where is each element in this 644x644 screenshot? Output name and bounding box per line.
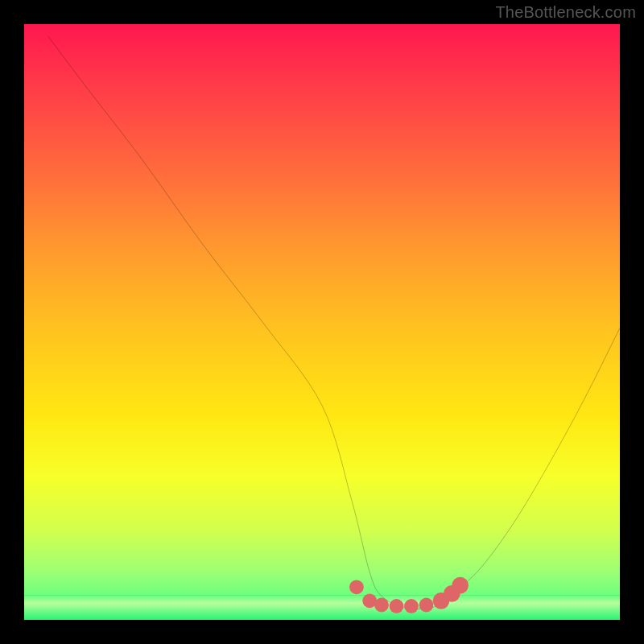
chart-frame: TheBottleneck.com [0,0,644,644]
marker-dot [452,577,469,594]
marker-dot [404,599,419,613]
marker-dot [349,580,364,594]
marker-dot [390,599,404,613]
marker-dot [374,598,389,613]
watermark-text: TheBottleneck.com [495,3,636,22]
bottleneck-curve [48,36,620,609]
marker-dot [419,598,434,613]
curve-svg [24,24,620,620]
plot-area [24,24,620,620]
curve-markers [349,577,469,613]
